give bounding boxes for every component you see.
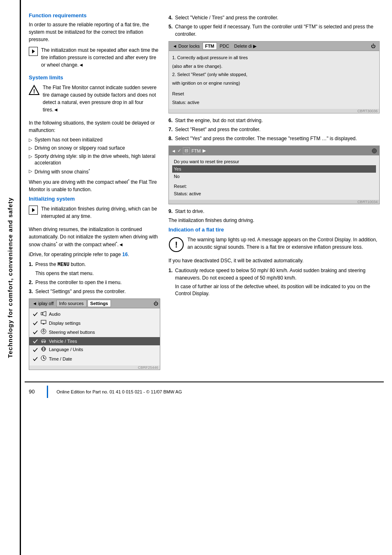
main-content: Function requirements In order to assure… [25, 0, 384, 382]
svg-point-10 [44, 341, 46, 342]
ftm-dialog-body: Do you want to reset tire pressur Yes No… [169, 155, 379, 200]
system-limits-heading: System limits [29, 74, 160, 81]
settings-menu-items: Audio Display settings [29, 308, 160, 365]
step-text: Press the controller to open the i menu. [35, 279, 122, 286]
init-final-note: The initialization finishes during drivi… [168, 217, 380, 224]
bullet-snowy: ▷ Driving on snowy or slippery road surf… [29, 145, 160, 152]
function-requirements-section: Function requirements In order to assure… [29, 12, 160, 71]
ftm-yes-option: Yes [172, 165, 376, 173]
step-2: 2. Press the controller to open the i me… [29, 279, 160, 286]
system-limits-section: System limits ! The Flat Tire Monitor ca… [29, 74, 160, 193]
footer-copyright: Online Edition for Part no. 01 41 0 015 … [56, 389, 182, 394]
ftm-status-label: Status: active [172, 190, 376, 197]
screen-ref-left: CBRF25446 [29, 365, 160, 370]
nav-iplay: ◄ iplay off [31, 300, 55, 307]
step-num: 3. [29, 288, 33, 295]
menu-icon-vehicle [41, 338, 46, 344]
step-9: 9. Start to drive. [168, 208, 380, 215]
arrow-icon [32, 49, 35, 53]
init-para1: When driving resumes, the initialization… [29, 226, 160, 248]
footer-accent [47, 386, 48, 398]
step-num: 6. [168, 117, 173, 124]
step-text: Select "Settings" and press the controll… [35, 288, 126, 295]
page-number: 90 [29, 388, 35, 395]
bullet-not-initialized: ▷ System has not been initialized [29, 136, 160, 143]
ftm-status-dot [372, 148, 377, 153]
step-text: Cautiously reduce speed to below 50 mph/… [175, 267, 380, 282]
screen-ref-right2: CBRT10034 [169, 200, 379, 204]
step-5: 5. Change to upper field if necessary. T… [168, 23, 380, 38]
nav-power: ⏻ [369, 43, 378, 49]
step-text: Select "Reset" and press the controller. [175, 126, 261, 133]
menu-icon-steering [41, 328, 46, 335]
check-icon [32, 329, 38, 335]
step-8: 8. Select "Yes" and press the controller… [168, 135, 380, 142]
flat-tire-section: Indication of a flat tire ! The warning … [168, 227, 380, 297]
menu-label-language: Language / Units [49, 347, 83, 352]
function-requirements-para1: In order to assure the reliable reportin… [29, 21, 160, 43]
svg-rect-2 [41, 312, 43, 315]
check-icon [32, 347, 38, 353]
nav-pdc: PDC [218, 43, 231, 49]
nav-info-sources: Info sources [56, 300, 87, 307]
bullet-text: Sporty driving style: slip in the drive … [35, 153, 160, 167]
idrive-ref: iDrive, for operating principle refer to… [29, 251, 160, 258]
check-icon [32, 320, 38, 326]
screen-line-1: 1. Correctly adjust pressure in all tire… [172, 53, 376, 62]
step-num: 1. [168, 267, 173, 282]
nav-ftm: FTM [203, 42, 217, 50]
initialization-note: The initialization must be repeated afte… [29, 46, 160, 71]
menu-item-display: Display settings [29, 319, 160, 327]
step-7: 7. Select "Reset" and press the controll… [168, 126, 380, 133]
svg-text:!: ! [33, 88, 35, 95]
note-icon-arrow [29, 47, 38, 56]
menu-label-audio: Audio [49, 311, 60, 317]
initializing-system-heading: Initializing system [29, 196, 160, 202]
screen-status: Status: active [172, 98, 376, 107]
warning-lamp-icon: ! [168, 237, 184, 254]
ftm-label: FTM [191, 148, 201, 153]
step-text: Start the engine, but do not start drivi… [175, 117, 263, 124]
screen-line-3: 2. Select "Reset" (only while stopped, [172, 70, 376, 79]
initialization-note-text: The initialization must be repeated afte… [41, 46, 160, 69]
svg-rect-5 [43, 324, 44, 324]
sidebar-label: Technology for comfort, convenience and … [7, 197, 14, 358]
ftm-dialog-screen: ◄ ✓ ⊟ FTM ▶ Do you want to reset tire pr… [168, 146, 380, 204]
step-num: 2. [29, 279, 33, 286]
step-text: Change to upper field if necessary. Turn… [175, 23, 380, 38]
step-num: 8. [168, 135, 173, 142]
svg-marker-3 [43, 311, 46, 316]
flat-tire-step-1: 1. Cautiously reduce speed to below 50 m… [168, 267, 380, 282]
ftm-reset-label: Reset: [172, 183, 376, 190]
bullet-text: Driving on snowy or slippery road surfac… [35, 145, 125, 152]
check-icon [32, 356, 38, 362]
ftm-question: Do you want to reset tire pressur [172, 158, 376, 165]
step-num: 9. [168, 208, 173, 215]
compact-wheel-note: When you are driving with the compact wh… [29, 178, 160, 193]
menu-item-audio: Audio [29, 310, 160, 319]
menu-icon-audio [41, 311, 46, 317]
left-border [20, 0, 21, 555]
svg-point-7 [43, 331, 44, 332]
left-column: Function requirements In order to assure… [29, 12, 160, 373]
menu-icon-display [41, 320, 46, 326]
check-icon [32, 311, 38, 317]
nav-delete: Delete di ▶ [232, 43, 258, 50]
step-num: 1. [29, 261, 33, 268]
ftm-check-icon: ✓ [178, 148, 181, 153]
ftm-dialog-bar: ◄ ✓ ⊟ FTM ▶ [169, 146, 379, 155]
menu-item-time: Time / Date [29, 354, 160, 363]
init-note-icon [29, 206, 38, 215]
screen-ref-right1: CBRT30036 [169, 109, 379, 113]
system-limits-intro: In the following situations, the system … [29, 119, 160, 134]
nav-settings: Settings [88, 300, 111, 307]
settings-menu-screen: ◄ iplay off Info sources Settings ⏻ Audi… [29, 298, 160, 370]
step-num: 4. [168, 14, 173, 21]
system-limits-warning: ! The Flat Tire Monitor cannot indicate … [29, 84, 160, 116]
bullet-text: System has not been initialized [35, 136, 102, 143]
svg-point-9 [42, 341, 43, 342]
system-limits-text: The Flat Tire Monitor cannot indicate su… [43, 84, 160, 113]
step-6: 6. Start the engine, but do not start dr… [168, 117, 380, 124]
ftm-forward-arrow: ▶ [203, 148, 206, 153]
bullet-snow-chains: ▷ Driving with snow chains* [29, 168, 160, 176]
